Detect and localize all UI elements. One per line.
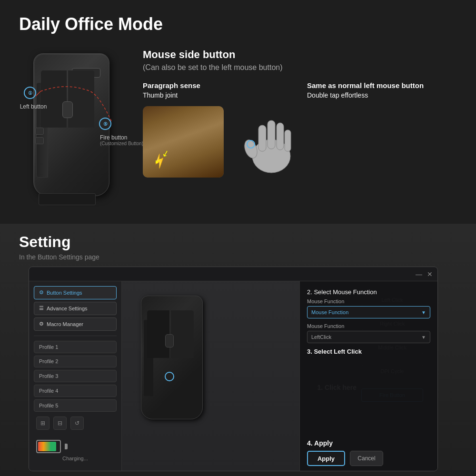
profile-3-btn[interactable]: Profile 3 bbox=[34, 370, 117, 382]
step3-label: 3. Select Left Click bbox=[307, 348, 430, 355]
sliders-icon: ☰ bbox=[39, 305, 44, 311]
charging-text: Charging... bbox=[36, 456, 114, 461]
left-click-dropdown-label: Mouse Function bbox=[307, 323, 430, 329]
macro-icon: ⚙ bbox=[39, 321, 44, 327]
svg-rect-5 bbox=[285, 130, 291, 151]
right-info: Mouse side button (Can also be set to th… bbox=[143, 44, 457, 178]
macro-manager-nav[interactable]: ⚙ Macro Manager bbox=[34, 317, 117, 331]
circle-label-5: ⑤ bbox=[99, 118, 111, 130]
top-section: Daily Office Mode ① bbox=[0, 0, 476, 224]
side-button-subtitle: (Can also be set to the left mouse butto… bbox=[143, 63, 457, 72]
fire-button-label: Fire button (Customized Button) bbox=[100, 134, 148, 146]
battery-fill bbox=[38, 442, 56, 451]
battery-tip bbox=[65, 444, 68, 449]
panel-body: ⚙ Button Settings ☰ Advance Settings ⚙ M… bbox=[29, 281, 437, 471]
left-button-label: Left button bbox=[19, 103, 48, 110]
setting-title: Setting bbox=[0, 224, 476, 253]
profile-2-btn[interactable]: Profile 2 bbox=[34, 356, 117, 368]
apply-buttons: Apply Cancel bbox=[307, 451, 430, 466]
circle-label-1: ① bbox=[24, 87, 36, 99]
apply-button[interactable]: Apply bbox=[307, 451, 345, 466]
feature-col-1: Paragraph sense Thumb joint bbox=[143, 81, 293, 99]
top-content: ① ⑤ Left button Fire button (Customized … bbox=[19, 44, 457, 215]
panel-mouse-circle bbox=[165, 372, 174, 381]
right-panel-overlay: 2. Select Mouse Function Mouse Function … bbox=[299, 281, 437, 471]
hand-image bbox=[233, 106, 309, 178]
thumb-image-inner: ⚡ ↙ ↙ bbox=[143, 106, 224, 178]
feature-2-title: Same as normal left mouse button bbox=[307, 81, 457, 89]
software-panel: — ✕ ⚙ Button Settings ☰ Advance Settings… bbox=[29, 267, 438, 471]
main-title: Daily Office Mode bbox=[19, 14, 457, 34]
profile-4-btn[interactable]: Profile 4 bbox=[34, 385, 117, 397]
apply-section: 4. Apply Apply Cancel bbox=[307, 439, 430, 466]
chevron-down-icon: ▼ bbox=[421, 310, 426, 315]
side-button-title: Mouse side button bbox=[143, 49, 457, 61]
chevron-dark-icon: ▼ bbox=[421, 335, 426, 340]
panel-titlebar: — ✕ bbox=[29, 267, 437, 281]
mouse-body bbox=[33, 53, 109, 196]
svg-rect-2 bbox=[258, 125, 266, 151]
feature-col-2: Same as normal left mouse button Double … bbox=[307, 81, 457, 99]
step2-label: 2. Select Mouse Function bbox=[307, 288, 430, 296]
panel-sidebar: ⚙ Button Settings ☰ Advance Settings ⚙ M… bbox=[29, 281, 122, 471]
sidebar-icon-row: ⊞ ⊟ ↺ bbox=[34, 414, 117, 432]
step4-label: 4. Apply bbox=[307, 439, 430, 447]
profile-5-btn[interactable]: Profile 5 bbox=[34, 399, 117, 412]
feature-1-subtitle: Thumb joint bbox=[143, 91, 293, 99]
panel-mouse bbox=[131, 291, 227, 457]
minimize-button[interactable]: — bbox=[416, 270, 422, 278]
features-row: Paragraph sense Thumb joint Same as norm… bbox=[143, 81, 457, 99]
thumb-image: ⚡ ↙ ↙ bbox=[143, 106, 224, 178]
cancel-button[interactable]: Cancel bbox=[350, 451, 383, 466]
profile-1-btn[interactable]: Profile 1 bbox=[34, 341, 117, 353]
mouse-function-dropdown-label: Mouse Function bbox=[307, 298, 430, 304]
battery-body bbox=[36, 440, 61, 453]
sidebar-divider bbox=[34, 336, 117, 336]
setting-subtitle: In the Button Settings page bbox=[0, 253, 476, 266]
advance-settings-nav[interactable]: ☰ Advance Settings bbox=[34, 302, 117, 315]
panel-main: Left Click Right Click Middle Click DPI … bbox=[122, 281, 437, 471]
button-settings-nav[interactable]: ⚙ Button Settings bbox=[34, 286, 117, 299]
icon-refresh[interactable]: ↺ bbox=[70, 416, 84, 430]
mouse-function-dropdown[interactable]: Mouse Function ▼ bbox=[307, 306, 430, 318]
icon-copy[interactable]: ⊞ bbox=[36, 416, 50, 430]
svg-rect-3 bbox=[268, 120, 275, 149]
battery-area: Charging... bbox=[34, 435, 117, 466]
panel-mouse-body bbox=[141, 296, 203, 419]
icon-paste[interactable]: ⊟ bbox=[53, 416, 67, 430]
gear-icon: ⚙ bbox=[39, 289, 44, 296]
battery-icon bbox=[36, 439, 65, 454]
feature-1-title: Paragraph sense bbox=[143, 81, 293, 89]
feature-2-subtitle: Double tap effortless bbox=[307, 91, 457, 99]
bottom-section: Setting In the Button Settings page ▼ — … bbox=[0, 224, 476, 476]
images-row: ⚡ ↙ ↙ bbox=[143, 106, 457, 178]
svg-rect-4 bbox=[277, 123, 284, 150]
left-click-dropdown[interactable]: LeftClick ▼ bbox=[307, 331, 430, 343]
mouse-device-illustration: ① ⑤ Left button Fire button (Customized … bbox=[19, 44, 124, 215]
hand-svg bbox=[240, 109, 302, 175]
close-button[interactable]: ✕ bbox=[427, 270, 433, 278]
